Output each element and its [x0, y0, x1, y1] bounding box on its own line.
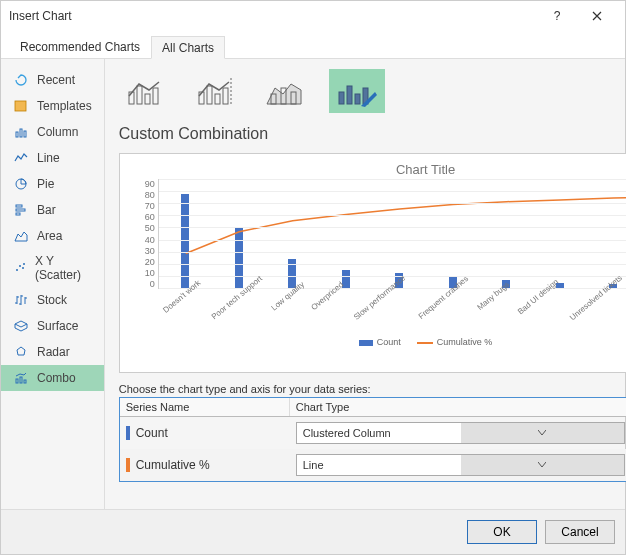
help-button[interactable]: ? — [537, 2, 577, 30]
svg-point-10 — [19, 265, 21, 267]
series-name-cell: Cumulative % — [120, 458, 290, 472]
sidebar-item-label: Bar — [37, 203, 56, 217]
chart-type-sidebar: Recent Templates Column Line Pie Bar Are… — [1, 59, 105, 509]
column-icon — [13, 124, 29, 140]
svg-rect-17 — [24, 380, 26, 383]
recent-icon — [13, 72, 29, 88]
combo-icon — [13, 370, 29, 386]
sidebar-item-label: Templates — [37, 99, 92, 113]
select-value: Clustered Column — [297, 427, 461, 439]
ok-button[interactable]: OK — [467, 520, 537, 544]
series-row-cumulative: Cumulative % Line ✓ — [120, 449, 626, 481]
surface-icon — [13, 318, 29, 334]
select-value: Line — [297, 459, 461, 471]
sidebar-item-bar[interactable]: Bar — [1, 197, 104, 223]
sidebar-item-pie[interactable]: Pie — [1, 171, 104, 197]
sidebar-item-recent[interactable]: Recent — [1, 67, 104, 93]
legend-swatch-bar — [359, 340, 373, 346]
x-axis: Doesn't workPoor tech supportLow quality… — [158, 289, 626, 337]
section-title: Custom Combination — [119, 125, 626, 143]
chart-preview: Chart Title 9080706050403020100 120%100%… — [119, 153, 626, 373]
titlebar: Insert Chart ? — [1, 1, 625, 31]
sidebar-item-radar[interactable]: Radar — [1, 339, 104, 365]
area-icon — [13, 228, 29, 244]
svg-rect-31 — [339, 92, 344, 104]
sidebar-item-label: Stock — [37, 293, 67, 307]
sidebar-item-area[interactable]: Area — [1, 223, 104, 249]
series-prompt: Choose the chart type and axis for your … — [119, 383, 626, 395]
sidebar-item-combo[interactable]: Combo — [1, 365, 104, 391]
svg-rect-0 — [15, 101, 26, 111]
sidebar-item-label: Pie — [37, 177, 54, 191]
header-series-name: Series Name — [120, 398, 290, 416]
chart-type-select-count[interactable]: Clustered Column — [296, 422, 626, 444]
series-name: Cumulative % — [136, 458, 210, 472]
close-icon — [592, 11, 602, 21]
tab-all-charts[interactable]: All Charts — [151, 36, 225, 59]
series-row-count: Count Clustered Column — [120, 417, 626, 449]
svg-rect-23 — [207, 86, 212, 104]
combo-subtype-3[interactable] — [259, 69, 315, 113]
combo-subtypes — [119, 69, 626, 113]
svg-rect-21 — [153, 88, 158, 104]
templates-icon — [13, 98, 29, 114]
sidebar-item-line[interactable]: Line — [1, 145, 104, 171]
svg-point-12 — [23, 263, 25, 265]
sidebar-item-label: X Y (Scatter) — [35, 254, 92, 282]
sidebar-item-label: Line — [37, 151, 60, 165]
sidebar-item-stock[interactable]: Stock — [1, 287, 104, 313]
dialog-footer: OK Cancel — [1, 509, 625, 554]
sidebar-item-templates[interactable]: Templates — [1, 93, 104, 119]
svg-rect-1 — [16, 132, 18, 137]
sidebar-item-label: Surface — [37, 319, 78, 333]
svg-rect-24 — [215, 94, 220, 104]
stock-icon — [13, 292, 29, 308]
combo-subtype-1[interactable] — [119, 69, 175, 113]
svg-rect-32 — [347, 86, 352, 104]
svg-rect-25 — [223, 88, 228, 104]
line-icon — [13, 150, 29, 166]
combo-thumb-icon — [265, 74, 309, 108]
chart-type-select-cumulative[interactable]: Line — [296, 454, 626, 476]
chevron-down-icon — [461, 423, 625, 443]
combo-thumb-icon — [195, 74, 239, 108]
svg-point-11 — [22, 267, 24, 269]
sidebar-item-label: Area — [37, 229, 62, 243]
sidebar-item-scatter[interactable]: X Y (Scatter) — [1, 249, 104, 287]
svg-marker-8 — [15, 232, 27, 241]
combo-subtype-2[interactable] — [189, 69, 245, 113]
main-panel: Custom Combination Chart Title 908070605… — [105, 59, 626, 509]
svg-rect-5 — [16, 205, 22, 207]
sidebar-item-label: Recent — [37, 73, 75, 87]
series-table-header: Series Name Chart Type Secondary Axis — [120, 398, 626, 417]
svg-rect-2 — [20, 129, 22, 137]
combo-thumb-icon — [125, 74, 169, 108]
dialog-body: Recent Templates Column Line Pie Bar Are… — [1, 59, 625, 509]
chevron-down-icon — [461, 455, 625, 475]
series-table: Series Name Chart Type Secondary Axis Co… — [119, 397, 626, 482]
line-overlay — [159, 179, 626, 288]
chart-plot-area: 9080706050403020100 120%100%80%60%40%20%… — [126, 179, 626, 289]
svg-rect-19 — [137, 86, 142, 104]
sidebar-item-surface[interactable]: Surface — [1, 313, 104, 339]
sidebar-item-label: Column — [37, 125, 78, 139]
svg-rect-3 — [24, 131, 26, 137]
svg-rect-15 — [16, 379, 18, 383]
insert-chart-dialog: Insert Chart ? Recommended Charts All Ch… — [0, 0, 626, 555]
primary-y-axis: 9080706050403020100 — [126, 179, 158, 289]
scatter-icon — [13, 260, 27, 276]
combo-subtype-custom[interactable] — [329, 69, 385, 113]
sidebar-item-column[interactable]: Column — [1, 119, 104, 145]
svg-marker-13 — [15, 321, 27, 327]
tab-bar: Recommended Charts All Charts — [1, 31, 625, 59]
close-button[interactable] — [577, 2, 617, 30]
tab-recommended[interactable]: Recommended Charts — [9, 35, 151, 58]
sidebar-item-label: Combo — [37, 371, 76, 385]
svg-point-9 — [16, 269, 18, 271]
series-name-cell: Count — [120, 426, 290, 440]
svg-rect-16 — [20, 377, 22, 383]
cancel-button[interactable]: Cancel — [545, 520, 615, 544]
header-chart-type: Chart Type — [290, 398, 626, 416]
series-name: Count — [136, 426, 168, 440]
series-swatch — [126, 426, 130, 440]
